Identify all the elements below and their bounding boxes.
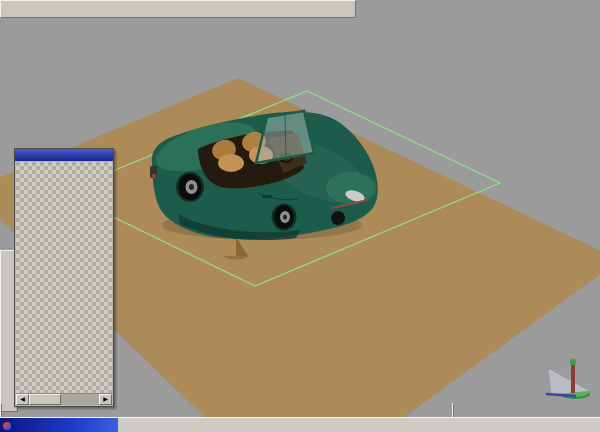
- car-taillight-lens: [152, 174, 156, 178]
- car-front-right-wheel: [331, 211, 345, 225]
- taskbar-button[interactable]: [0, 418, 118, 432]
- render-options-panel: [440, 0, 600, 132]
- truespace-logo-icon: [3, 422, 11, 430]
- materials-panel-titlebar[interactable]: [15, 149, 113, 161]
- status-bar: [0, 417, 600, 432]
- scroll-thumb[interactable]: [29, 394, 61, 405]
- car-rear-hubcap: [189, 184, 194, 190]
- materials-grid: [16, 162, 112, 393]
- scroll-right-icon[interactable]: ▶: [99, 394, 112, 405]
- animation-toolbar: [0, 0, 356, 18]
- car-door-handle: [262, 195, 272, 198]
- car-seat-left: [218, 154, 244, 172]
- truespace-window: ◀ ▶: [0, 0, 600, 432]
- car-front-hubcap: [283, 215, 287, 220]
- scroll-left-icon[interactable]: ◀: [16, 394, 29, 405]
- nav-widget-mast: [571, 363, 575, 393]
- materials-panel: ◀ ▶: [14, 148, 114, 407]
- nav-widget-knob: [570, 359, 576, 365]
- materials-scrollbar[interactable]: ◀ ▶: [16, 393, 112, 405]
- scroll-track[interactable]: [29, 394, 99, 405]
